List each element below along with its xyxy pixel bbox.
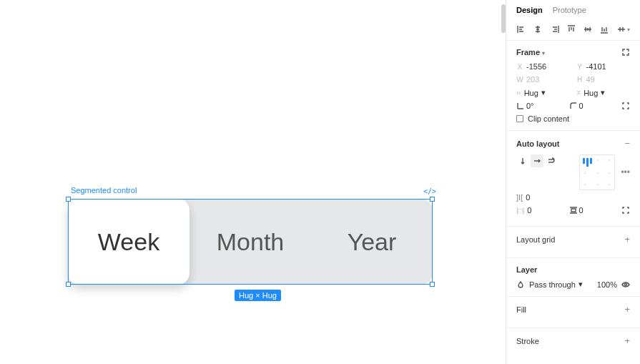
horizontal-resizing-field[interactable]: ›‹Hug▾ [516, 88, 571, 97]
corner-radius-icon [569, 102, 576, 110]
distribute-icon[interactable] [616, 24, 626, 34]
opacity-field[interactable]: 100% [597, 280, 617, 289]
advanced-layout-button[interactable]: ••• [621, 167, 630, 177]
independent-padding-icon[interactable] [621, 206, 630, 215]
layer-title: Layer [516, 265, 537, 274]
blend-mode-field[interactable]: Pass through▾ [529, 280, 593, 289]
align-h-center-icon[interactable] [533, 24, 543, 34]
item-spacing-field[interactable]: ]I[0 [516, 193, 571, 202]
stroke-title: Stroke [516, 337, 539, 345]
add-layout-grid-button[interactable]: + [624, 234, 630, 245]
align-left-icon[interactable] [516, 24, 526, 34]
hug-h-icon: ›‹ [516, 89, 521, 97]
checkbox-icon [516, 115, 523, 122]
height-field[interactable]: H49 [576, 75, 631, 84]
vertical-resizing-field[interactable]: ›‹Hug▾ [576, 88, 631, 97]
dimensions-badge: Hug × Hug [235, 290, 281, 301]
chevron-down-icon: ▾ [579, 280, 583, 289]
resize-handle-bottom-left[interactable] [66, 282, 71, 287]
design-canvas[interactable]: Segmented control </> Week Month Year Hu… [0, 0, 506, 364]
clip-content-label: Clip content [528, 114, 569, 123]
vertical-padding-field[interactable]: 0 [569, 206, 616, 215]
layout-grid-title: Layout grid [516, 235, 555, 244]
h-padding-icon: |□| [516, 207, 524, 215]
frame-section-title[interactable]: Frame▾ [516, 48, 545, 56]
dev-handoff-icon[interactable]: </> [423, 187, 436, 195]
y-field[interactable]: Y-4101 [576, 62, 631, 71]
auto-layout-title: Auto layout [516, 139, 560, 148]
x-field[interactable]: X-1556 [516, 62, 571, 71]
layout-grid-section: Layout grid + [506, 227, 640, 258]
svg-point-0 [625, 283, 627, 285]
angle-icon [516, 102, 523, 110]
tab-prototype[interactable]: Prototype [553, 6, 586, 14]
horizontal-padding-field[interactable]: |□|0 [516, 206, 563, 215]
direction-group [516, 154, 558, 167]
chevron-down-icon: ▾ [601, 88, 605, 97]
clip-content-toggle[interactable]: Clip content [516, 114, 630, 123]
direction-vertical-button[interactable] [516, 154, 529, 167]
layer-section: Layer Pass through▾ 100% [506, 258, 640, 297]
hug-v-icon: ›‹ [574, 90, 582, 95]
direction-horizontal-button[interactable] [531, 154, 543, 167]
alignment-indicator-icon [583, 158, 592, 167]
corner-radius-field[interactable]: 0 [569, 102, 616, 110]
width-field[interactable]: W203 [516, 75, 571, 84]
selection-frame-label[interactable]: Segmented control [71, 186, 137, 195]
independent-corners-icon[interactable] [621, 102, 630, 110]
alignment-controls: ▾ [506, 20, 640, 41]
direction-wrap-button[interactable] [545, 154, 558, 167]
selection-bounding-box[interactable] [68, 199, 433, 285]
blend-mode-icon [516, 280, 525, 289]
chevron-down-icon[interactable]: ▾ [627, 26, 630, 33]
v-padding-icon [569, 206, 576, 215]
add-stroke-button[interactable]: + [624, 335, 630, 346]
chevron-down-icon: ▾ [541, 88, 546, 97]
auto-layout-section: Auto layout − ••• ]I[0 |□|0 [506, 131, 640, 227]
chevron-down-icon: ▾ [542, 50, 545, 56]
align-right-icon[interactable] [550, 24, 560, 34]
stroke-section: Stroke + [506, 328, 640, 359]
align-bottom-icon[interactable] [599, 24, 609, 34]
align-v-center-icon[interactable] [583, 24, 593, 34]
add-fill-button[interactable]: + [624, 304, 630, 315]
alignment-box[interactable] [579, 154, 615, 190]
rotation-field[interactable]: 0° [516, 102, 563, 110]
visibility-icon[interactable] [621, 280, 630, 289]
properties-panel: Design Prototype ▾ Frame▾ X-1556 Y-4101 … [506, 0, 640, 364]
resize-handle-top-left[interactable] [66, 197, 71, 202]
fill-section: Fill + [506, 297, 640, 328]
tab-design[interactable]: Design [516, 6, 543, 14]
fill-title: Fill [516, 305, 526, 314]
panel-tabs: Design Prototype [506, 0, 640, 20]
align-top-icon[interactable] [566, 24, 576, 34]
frame-section: Frame▾ X-1556 Y-4101 W203 H49 ›‹Hug▾ ›‹H… [506, 41, 640, 131]
resize-handle-bottom-right[interactable] [430, 282, 435, 287]
resize-handle-top-right[interactable] [430, 197, 435, 202]
remove-auto-layout-button[interactable]: − [624, 138, 630, 149]
item-spacing-icon: ]I[ [516, 193, 523, 202]
resize-to-fit-icon[interactable] [621, 48, 630, 56]
